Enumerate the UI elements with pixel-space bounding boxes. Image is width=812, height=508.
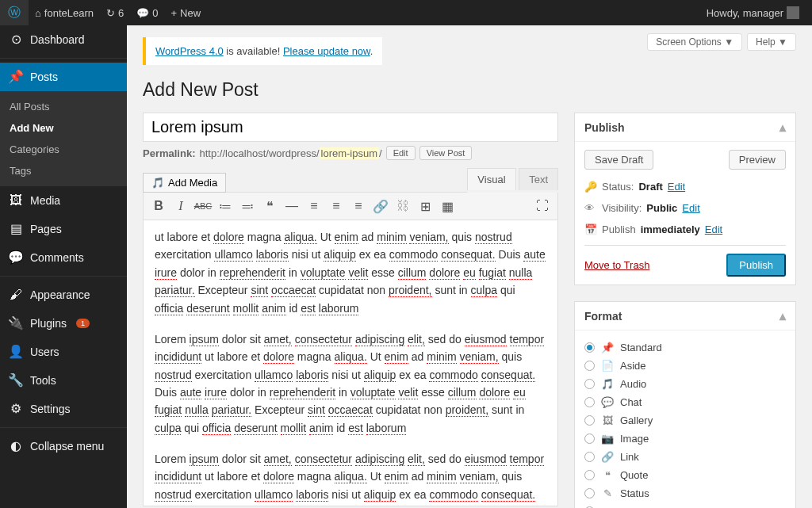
submenu-add-new[interactable]: Add New: [0, 117, 127, 139]
refresh-icon: ↻: [106, 7, 115, 19]
ol-button[interactable]: ≕: [237, 196, 258, 216]
comment-icon: 💬: [136, 7, 149, 19]
admin-bar: ⓦ ⌂fonteLearn ↻6 💬0 +New Howdy, manager: [0, 0, 812, 25]
save-draft-button[interactable]: Save Draft: [584, 150, 653, 170]
comments-icon: 💬: [8, 250, 24, 265]
tab-visual[interactable]: Visual: [467, 168, 515, 190]
menu-appearance[interactable]: 🖌Appearance: [0, 281, 127, 309]
format-status[interactable]: ✎Status: [584, 484, 786, 502]
collapse-icon: ◐: [8, 438, 24, 454]
menu-pages[interactable]: ▤Pages: [0, 215, 127, 243]
toolbar-toggle-button[interactable]: ▦: [437, 196, 458, 216]
menu-posts[interactable]: 📌Posts: [0, 63, 127, 91]
submenu-tags[interactable]: Tags: [0, 160, 127, 181]
menu-media[interactable]: 🖼Media: [0, 186, 127, 215]
comments-link[interactable]: 💬0: [130, 0, 164, 25]
wordpress-icon: ⓦ: [6, 5, 22, 21]
help-button[interactable]: Help ▼: [747, 33, 796, 51]
format-box: Format▴ 📌Standard📄Aside🎵Audio💬Chat🖼Galle…: [574, 301, 796, 508]
updates-link[interactable]: ↻6: [100, 0, 130, 25]
format-list: 📌Standard📄Aside🎵Audio💬Chat🖼Gallery📷Image…: [584, 338, 786, 508]
radio-icon: [584, 415, 595, 426]
standard-icon: 📌: [601, 342, 614, 353]
radio-icon: [584, 379, 595, 389]
submenu-categories[interactable]: Categories: [0, 139, 127, 160]
audio-icon: 🎵: [601, 378, 614, 390]
menu-users[interactable]: 👤Users: [0, 338, 127, 366]
menu-dashboard[interactable]: ⊙Dashboard: [0, 25, 127, 54]
collapse-menu[interactable]: ◐Collapse menu: [0, 432, 127, 460]
align-center-button[interactable]: ≡: [326, 196, 347, 216]
menu-comments[interactable]: 💬Comments: [0, 243, 127, 272]
format-link[interactable]: 🔗Link: [584, 448, 786, 466]
unlink-button[interactable]: ⛓: [393, 196, 413, 216]
strike-button[interactable]: ABC: [193, 196, 213, 216]
edit-status-link[interactable]: Edit: [668, 181, 685, 193]
publish-button[interactable]: Publish: [726, 254, 786, 277]
wp-logo[interactable]: ⓦ: [0, 0, 29, 25]
menu-plugins[interactable]: 🔌Plugins1: [0, 309, 127, 338]
radio-icon: [584, 470, 595, 480]
format-image[interactable]: 📷Image: [584, 430, 786, 448]
align-left-button[interactable]: ≡: [304, 196, 324, 216]
add-media-button[interactable]: 🎵Add Media: [143, 173, 226, 193]
menu-settings[interactable]: ⚙Settings: [0, 395, 127, 423]
site-home[interactable]: ⌂fonteLearn: [29, 0, 100, 25]
link-icon: 🔗: [601, 451, 614, 463]
new-content[interactable]: +New: [165, 0, 208, 25]
format-video[interactable]: ▶Video: [584, 502, 786, 508]
editor-toolbar: B I ABC ≔ ≕ ❝ — ≡ ≡ ≡ 🔗 ⛓ ⊞ ▦ ⛶: [144, 193, 557, 220]
gallery-icon: 🖼: [601, 414, 614, 426]
update-now-link[interactable]: Please update now: [283, 45, 370, 57]
edit-visibility-link[interactable]: Edit: [682, 202, 699, 214]
bold-button[interactable]: B: [148, 196, 169, 216]
menu-tools[interactable]: 🔧Tools: [0, 366, 127, 395]
editor-body[interactable]: ut labore et dolore magna aliqua. Ut eni…: [144, 220, 557, 506]
home-icon: ⌂: [35, 7, 41, 19]
format-aside[interactable]: 📄Aside: [584, 357, 786, 375]
users-icon: 👤: [8, 344, 24, 360]
screen-options-button[interactable]: Screen Options ▼: [647, 33, 742, 51]
chat-icon: 💬: [601, 396, 614, 408]
quote-button[interactable]: ❝: [259, 196, 280, 216]
submenu-all-posts[interactable]: All Posts: [0, 96, 127, 117]
format-audio[interactable]: 🎵Audio: [584, 375, 786, 393]
more-button[interactable]: ⊞: [415, 196, 435, 216]
radio-icon: [584, 397, 595, 407]
calendar-icon: 📅: [584, 223, 597, 235]
image-icon: 📷: [601, 433, 614, 445]
radio-icon: [584, 434, 595, 444]
update-version-link[interactable]: WordPress 4.0: [155, 45, 224, 57]
media-icon: 🖼: [8, 193, 24, 208]
my-account[interactable]: Howdy, manager: [700, 0, 806, 25]
permalink-row: Permalink: http://localhost/wordpress/lo…: [143, 146, 558, 160]
editor: B I ABC ≔ ≕ ❝ — ≡ ≡ ≡ 🔗 ⛓ ⊞ ▦ ⛶ ut labor…: [143, 192, 558, 506]
format-gallery[interactable]: 🖼Gallery: [584, 411, 786, 430]
move-to-trash-link[interactable]: Move to Trash: [584, 259, 649, 271]
fullscreen-button[interactable]: ⛶: [532, 196, 553, 216]
chevron-up-icon[interactable]: ▴: [779, 308, 786, 323]
settings-icon: ⚙: [8, 401, 24, 417]
tab-text[interactable]: Text: [519, 168, 558, 190]
permalink-slug: lorem-ipsum: [320, 147, 380, 159]
ul-button[interactable]: ≔: [215, 196, 236, 216]
view-post-button[interactable]: View Post: [419, 146, 473, 160]
radio-icon: [584, 342, 595, 353]
link-button[interactable]: 🔗: [370, 196, 391, 216]
format-standard[interactable]: 📌Standard: [584, 338, 786, 357]
plugin-count-badge: 1: [76, 319, 90, 328]
align-right-button[interactable]: ≡: [348, 196, 369, 216]
chevron-up-icon[interactable]: ▴: [779, 120, 786, 135]
edit-slug-button[interactable]: Edit: [386, 146, 416, 160]
italic-button[interactable]: I: [170, 196, 191, 216]
edit-schedule-link[interactable]: Edit: [705, 223, 722, 235]
hr-button[interactable]: —: [282, 196, 302, 216]
plus-icon: +: [171, 7, 178, 19]
post-title-input[interactable]: [143, 113, 558, 142]
format-chat[interactable]: 💬Chat: [584, 393, 786, 411]
page-title: Add New Post: [143, 79, 796, 101]
admin-sidebar: ⊙Dashboard 📌Posts All Posts Add New Cate…: [0, 25, 127, 508]
pages-icon: ▤: [8, 221, 24, 237]
preview-button[interactable]: Preview: [729, 150, 786, 170]
format-quote[interactable]: ❝Quote: [584, 466, 786, 484]
